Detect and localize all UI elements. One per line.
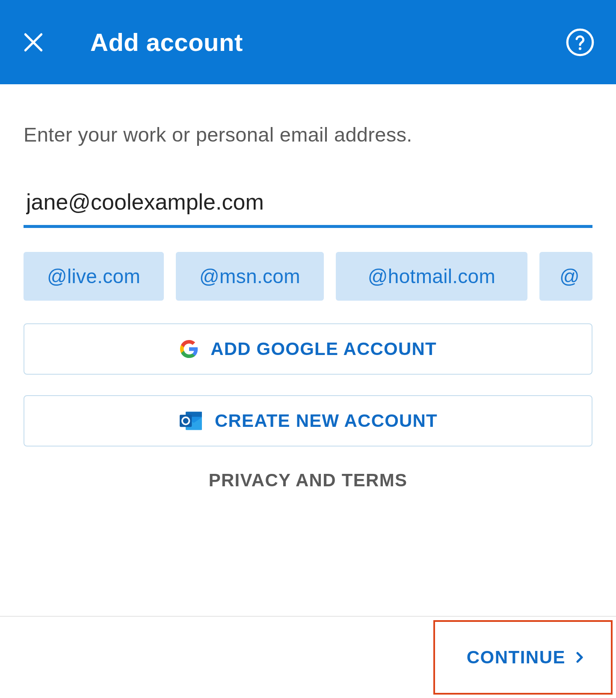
outlook-icon <box>178 410 203 432</box>
domain-chip-hotmail[interactable]: @hotmail.com <box>336 252 527 301</box>
account-buttons: ADD GOOGLE ACCOUNT CREATE NEW ACCOUNT <box>24 323 592 447</box>
svg-point-2 <box>567 30 593 55</box>
domain-chip-live[interactable]: @live.com <box>24 252 164 301</box>
instruction-text: Enter your work or personal email addres… <box>24 123 592 146</box>
email-field[interactable] <box>24 189 592 228</box>
domain-chip-msn[interactable]: @msn.com <box>176 252 324 301</box>
close-button[interactable] <box>21 30 45 54</box>
help-icon <box>566 28 595 57</box>
domain-chip-more[interactable]: @ <box>539 252 592 301</box>
header: Add account <box>0 0 616 84</box>
privacy-terms-link[interactable]: PRIVACY AND TERMS <box>24 470 592 491</box>
google-icon <box>179 339 199 359</box>
svg-point-3 <box>579 47 581 50</box>
email-input-wrapper <box>24 189 592 228</box>
add-google-account-button[interactable]: ADD GOOGLE ACCOUNT <box>24 323 592 375</box>
chevron-right-icon <box>573 651 586 664</box>
help-button[interactable] <box>566 28 595 57</box>
continue-label: CONTINUE <box>467 647 566 668</box>
add-google-label: ADD GOOGLE ACCOUNT <box>210 339 437 359</box>
create-new-label: CREATE NEW ACCOUNT <box>215 411 438 431</box>
footer: CONTINUE <box>0 616 616 698</box>
content-area: Enter your work or personal email addres… <box>0 84 616 491</box>
close-icon <box>21 30 45 54</box>
domain-chips-row: @live.com @msn.com @hotmail.com @ <box>24 252 616 301</box>
create-new-account-button[interactable]: CREATE NEW ACCOUNT <box>24 395 592 447</box>
page-title: Add account <box>90 28 243 56</box>
continue-button[interactable]: CONTINUE <box>433 620 613 695</box>
